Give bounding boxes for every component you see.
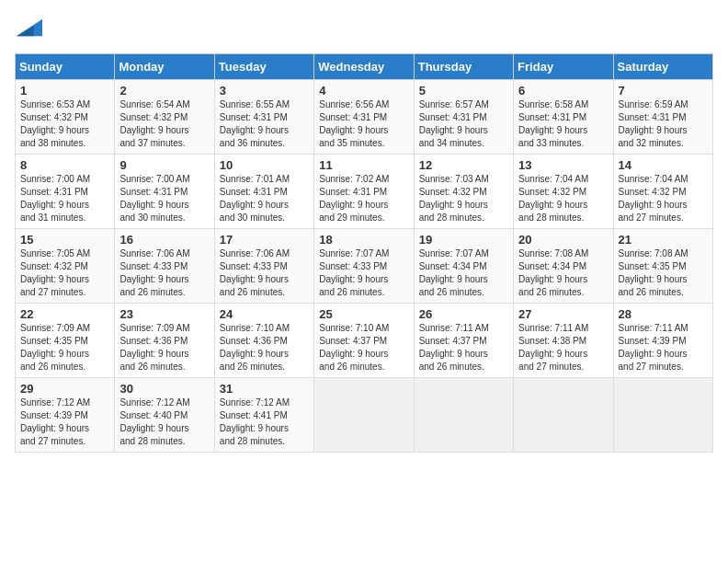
day-number: 3: [220, 84, 310, 98]
calendar-cell: 1Sunrise: 6:53 AMSunset: 4:32 PMDaylight…: [16, 80, 115, 155]
calendar-cell: [514, 378, 613, 453]
day-info: Sunrise: 7:08 AMSunset: 4:34 PMDaylight:…: [518, 247, 609, 299]
day-info: Sunrise: 7:12 AMSunset: 4:40 PMDaylight:…: [119, 396, 210, 448]
day-number: 29: [20, 382, 110, 396]
day-info: Sunrise: 7:09 AMSunset: 4:36 PMDaylight:…: [119, 322, 210, 373]
day-number: 31: [220, 382, 310, 396]
day-info: Sunrise: 7:09 AMSunset: 4:35 PMDaylight:…: [20, 322, 110, 373]
calendar-cell: 14Sunrise: 7:04 AMSunset: 4:32 PMDayligh…: [613, 155, 712, 229]
calendar-week-3: 15Sunrise: 7:05 AMSunset: 4:32 PMDayligh…: [16, 229, 713, 304]
calendar-week-4: 22Sunrise: 7:09 AMSunset: 4:35 PMDayligh…: [16, 304, 713, 378]
calendar-cell: 27Sunrise: 7:11 AMSunset: 4:38 PMDayligh…: [514, 304, 613, 378]
day-number: 25: [319, 307, 409, 321]
day-info: Sunrise: 6:58 AMSunset: 4:31 PMDaylight:…: [518, 98, 609, 150]
calendar-cell: 6Sunrise: 6:58 AMSunset: 4:31 PMDaylight…: [514, 80, 613, 155]
day-number: 17: [220, 233, 310, 247]
header-row: SundayMondayTuesdayWednesdayThursdayFrid…: [16, 54, 713, 80]
day-number: 12: [419, 158, 509, 172]
day-info: Sunrise: 7:06 AMSunset: 4:33 PMDaylight:…: [220, 247, 310, 299]
calendar-cell: 15Sunrise: 7:05 AMSunset: 4:32 PMDayligh…: [16, 229, 115, 304]
header-tuesday: Tuesday: [214, 54, 313, 80]
day-number: 9: [119, 158, 210, 172]
day-info: Sunrise: 7:00 AMSunset: 4:31 PMDaylight:…: [119, 173, 210, 224]
header-monday: Monday: [115, 54, 214, 80]
calendar-cell: 28Sunrise: 7:11 AMSunset: 4:39 PMDayligh…: [613, 304, 712, 378]
calendar-cell: 7Sunrise: 6:59 AMSunset: 4:31 PMDaylight…: [613, 80, 712, 155]
day-info: Sunrise: 7:01 AMSunset: 4:31 PMDaylight:…: [220, 173, 310, 224]
calendar-cell: [314, 378, 414, 453]
day-number: 7: [619, 84, 709, 98]
calendar-cell: 8Sunrise: 7:00 AMSunset: 4:31 PMDaylight…: [16, 155, 115, 229]
day-number: 13: [518, 158, 609, 172]
day-info: Sunrise: 7:07 AMSunset: 4:34 PMDaylight:…: [419, 247, 509, 299]
day-info: Sunrise: 6:53 AMSunset: 4:32 PMDaylight:…: [20, 98, 110, 150]
calendar-table: SundayMondayTuesdayWednesdayThursdayFrid…: [15, 53, 713, 453]
day-info: Sunrise: 6:57 AMSunset: 4:31 PMDaylight:…: [419, 98, 509, 150]
calendar-cell: 16Sunrise: 7:06 AMSunset: 4:33 PMDayligh…: [115, 229, 214, 304]
calendar-cell: 10Sunrise: 7:01 AMSunset: 4:31 PMDayligh…: [214, 155, 313, 229]
day-number: 19: [419, 233, 509, 247]
calendar-cell: 25Sunrise: 7:10 AMSunset: 4:37 PMDayligh…: [314, 304, 414, 378]
calendar-cell: 29Sunrise: 7:12 AMSunset: 4:39 PMDayligh…: [16, 378, 115, 453]
day-number: 14: [619, 158, 709, 172]
day-number: 23: [119, 307, 210, 321]
day-info: Sunrise: 7:07 AMSunset: 4:33 PMDaylight:…: [319, 247, 409, 299]
calendar-header: SundayMondayTuesdayWednesdayThursdayFrid…: [16, 54, 713, 80]
day-info: Sunrise: 7:12 AMSunset: 4:39 PMDaylight:…: [20, 396, 110, 448]
calendar-cell: 17Sunrise: 7:06 AMSunset: 4:33 PMDayligh…: [214, 229, 313, 304]
day-info: Sunrise: 7:10 AMSunset: 4:37 PMDaylight:…: [319, 322, 409, 373]
day-number: 18: [319, 233, 409, 247]
calendar-cell: 9Sunrise: 7:00 AMSunset: 4:31 PMDaylight…: [115, 155, 214, 229]
day-info: Sunrise: 7:00 AMSunset: 4:31 PMDaylight:…: [20, 173, 110, 224]
day-info: Sunrise: 7:02 AMSunset: 4:31 PMDaylight:…: [319, 173, 409, 224]
day-number: 28: [619, 307, 709, 321]
calendar-cell: 4Sunrise: 6:56 AMSunset: 4:31 PMDaylight…: [314, 80, 414, 155]
day-info: Sunrise: 6:59 AMSunset: 4:31 PMDaylight:…: [619, 98, 709, 150]
day-number: 21: [619, 233, 709, 247]
day-number: 10: [220, 158, 310, 172]
header-thursday: Thursday: [414, 54, 513, 80]
header-sunday: Sunday: [16, 54, 115, 80]
logo: [15, 15, 42, 44]
header-wednesday: Wednesday: [314, 54, 414, 80]
day-number: 20: [518, 233, 609, 247]
header: [15, 15, 713, 44]
day-number: 26: [419, 307, 509, 321]
day-number: 8: [20, 158, 110, 172]
calendar-cell: 23Sunrise: 7:09 AMSunset: 4:36 PMDayligh…: [115, 304, 214, 378]
day-info: Sunrise: 7:11 AMSunset: 4:38 PMDaylight:…: [518, 322, 609, 373]
day-number: 27: [518, 307, 609, 321]
calendar-cell: [613, 378, 712, 453]
calendar-cell: 20Sunrise: 7:08 AMSunset: 4:34 PMDayligh…: [514, 229, 613, 304]
day-number: 2: [119, 84, 210, 98]
day-number: 6: [518, 84, 609, 98]
day-info: Sunrise: 7:04 AMSunset: 4:32 PMDaylight:…: [518, 173, 609, 224]
calendar-cell: 13Sunrise: 7:04 AMSunset: 4:32 PMDayligh…: [514, 155, 613, 229]
day-info: Sunrise: 7:12 AMSunset: 4:41 PMDaylight:…: [220, 396, 310, 448]
header-friday: Friday: [514, 54, 613, 80]
day-info: Sunrise: 7:11 AMSunset: 4:39 PMDaylight:…: [619, 322, 709, 373]
day-number: 4: [319, 84, 409, 98]
day-info: Sunrise: 6:55 AMSunset: 4:31 PMDaylight:…: [220, 98, 310, 150]
day-info: Sunrise: 7:04 AMSunset: 4:32 PMDaylight:…: [619, 173, 709, 224]
calendar-week-2: 8Sunrise: 7:00 AMSunset: 4:31 PMDaylight…: [16, 155, 713, 229]
calendar-cell: 3Sunrise: 6:55 AMSunset: 4:31 PMDaylight…: [214, 80, 313, 155]
header-saturday: Saturday: [613, 54, 712, 80]
day-info: Sunrise: 7:05 AMSunset: 4:32 PMDaylight:…: [20, 247, 110, 299]
day-info: Sunrise: 7:06 AMSunset: 4:33 PMDaylight:…: [119, 247, 210, 299]
calendar-cell: 24Sunrise: 7:10 AMSunset: 4:36 PMDayligh…: [214, 304, 313, 378]
day-number: 11: [319, 158, 409, 172]
calendar-cell: 5Sunrise: 6:57 AMSunset: 4:31 PMDaylight…: [414, 80, 513, 155]
day-info: Sunrise: 7:11 AMSunset: 4:37 PMDaylight:…: [419, 322, 509, 373]
calendar-cell: 31Sunrise: 7:12 AMSunset: 4:41 PMDayligh…: [214, 378, 313, 453]
day-info: Sunrise: 7:10 AMSunset: 4:36 PMDaylight:…: [220, 322, 310, 373]
day-number: 1: [20, 84, 110, 98]
day-number: 30: [119, 382, 210, 396]
calendar-cell: 19Sunrise: 7:07 AMSunset: 4:34 PMDayligh…: [414, 229, 513, 304]
calendar-cell: 22Sunrise: 7:09 AMSunset: 4:35 PMDayligh…: [16, 304, 115, 378]
calendar-cell: [414, 378, 513, 453]
day-number: 15: [20, 233, 110, 247]
calendar-week-5: 29Sunrise: 7:12 AMSunset: 4:39 PMDayligh…: [16, 378, 713, 453]
day-number: 24: [220, 307, 310, 321]
calendar-cell: 21Sunrise: 7:08 AMSunset: 4:35 PMDayligh…: [613, 229, 712, 304]
